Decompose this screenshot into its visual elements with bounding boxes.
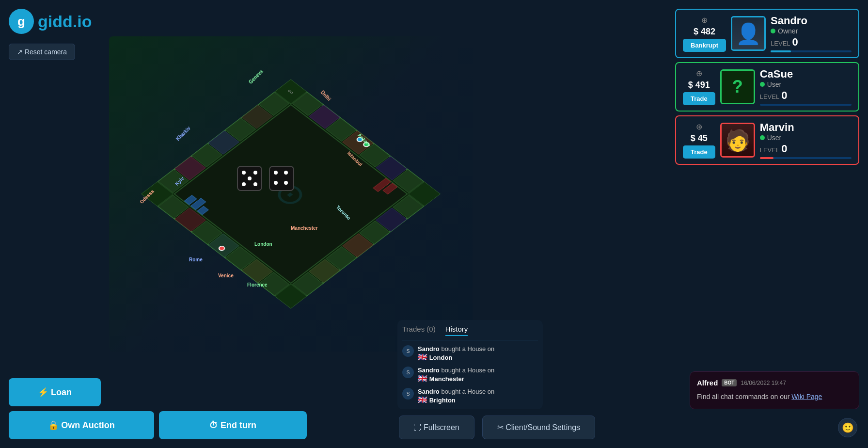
board-grid: ⊙ — [141, 79, 441, 308]
avatar-face-casue: ? — [722, 71, 754, 103]
game-log-panel: Trades (0) History S Sandro bought a Hou… — [397, 320, 543, 409]
player-info-casue: ⊕ $ 491 Trade — [683, 69, 715, 105]
hp-bar-sandro — [771, 50, 852, 52]
bankrupt-button-sandro[interactable]: Bankrupt — [683, 39, 726, 52]
hp-bar-casue — [760, 104, 852, 106]
player-info-marvin: ⊕ $ 45 Trade — [683, 122, 715, 159]
property-label-venice: Venice — [218, 273, 234, 278]
avatar-marvin: 🧑 — [720, 123, 755, 158]
player-name-section-casue: CaSue User LEVEL 0 — [760, 68, 852, 106]
log-avatar-0: S — [402, 345, 414, 357]
trade-button-casue[interactable]: Trade — [683, 92, 715, 105]
player-role-casue: User — [760, 80, 852, 88]
player-money-casue: $ 491 — [688, 80, 710, 90]
player-card-marvin: ⊕ $ 45 Trade 🧑 Marvin User LEVEL 0 — [675, 115, 859, 165]
player-name-marvin: Marvin — [760, 121, 852, 134]
chat-message: Find all chat commands on our Wiki Page — [697, 392, 852, 402]
chat-bot-badge: BOT — [722, 379, 737, 386]
trade-button-marvin[interactable]: Trade — [683, 145, 715, 159]
player-level-sandro: LEVEL 0 — [771, 36, 852, 48]
player-role-marvin: User — [760, 134, 852, 142]
reset-camera-button[interactable]: ↗ Reset camera — [9, 44, 75, 60]
log-avatar-2: S — [402, 388, 414, 400]
property-label-delhi: Delhi — [320, 90, 332, 102]
property-label-manchester: Manchester — [291, 225, 318, 231]
player-name-section-sandro: Sandro Owner LEVEL 0 — [771, 15, 852, 52]
player-level-marvin: LEVEL 0 — [760, 143, 852, 155]
target-icon-marvin: ⊕ — [696, 122, 702, 131]
log-flag-2: 🇬🇧 — [418, 396, 427, 404]
chat-header: Alfred BOT 16/06/2022 19:47 — [697, 379, 852, 387]
player-name-sandro: Sandro — [771, 15, 852, 27]
players-panel: ⊕ $ 482 Bankrupt 👤 Sandro Owner LEVEL 0 … — [675, 9, 859, 165]
log-text-2: Sandro bought a House on 🇬🇧 Brighton — [418, 388, 494, 404]
log-entry-2: S Sandro bought a House on 🇬🇧 Brighton — [402, 388, 538, 404]
property-label-florence: Florence — [247, 282, 268, 288]
chat-panel: Alfred BOT 16/06/2022 19:47 Find all cha… — [690, 371, 859, 409]
own-auction-button[interactable]: 🔒 Own Auction — [9, 411, 154, 439]
hp-fill-sandro — [771, 50, 791, 52]
hp-fill-marvin — [760, 157, 773, 159]
property-label-london: London — [254, 241, 272, 247]
game-board: ⊙ — [109, 36, 473, 352]
log-flag-0: 🇬🇧 — [418, 353, 427, 361]
avatar-casue: ? — [720, 69, 755, 104]
player-level-casue: LEVEL 0 — [760, 89, 852, 102]
property-label-kharkiv: Kharkiv — [175, 126, 191, 142]
player-money-sandro: $ 482 — [694, 27, 715, 37]
role-dot-marvin — [760, 135, 765, 140]
chat-wiki-link[interactable]: Wiki Page — [791, 393, 822, 400]
center-bottom-actions: ⛶ Fullscreen ✂ Client/Sound Settings — [398, 416, 595, 439]
target-icon-sandro: ⊕ — [701, 16, 708, 25]
player-role-sandro: Owner — [771, 27, 852, 35]
player-name-casue: CaSue — [760, 68, 852, 80]
player-card-sandro: ⊕ $ 482 Bankrupt 👤 Sandro Owner LEVEL 0 — [675, 9, 859, 58]
settings-button[interactable]: ✂ Client/Sound Settings — [482, 416, 595, 439]
player-card-casue: ⊕ $ 491 Trade ? CaSue User LEVEL 0 — [675, 62, 859, 112]
log-text-0: Sandro bought a House on 🇬🇧 London — [418, 345, 494, 362]
log-flag-1: 🇬🇧 — [418, 374, 427, 383]
player-info-sandro: ⊕ $ 482 Bankrupt — [683, 16, 726, 52]
chat-sender-name: Alfred — [697, 379, 718, 387]
hp-bar-marvin — [760, 157, 852, 159]
tab-trades[interactable]: Trades (0) — [402, 325, 436, 336]
logo-text: gidd.io — [38, 12, 92, 31]
chat-timestamp: 16/06/2022 19:47 — [741, 380, 786, 386]
fullscreen-button[interactable]: ⛶ Fullscreen — [398, 416, 474, 439]
avatar-sandro: 👤 — [731, 16, 766, 51]
target-icon-casue: ⊕ — [696, 69, 702, 78]
end-turn-button[interactable]: ⏱ End turn — [159, 411, 307, 439]
dice-area — [237, 166, 294, 191]
log-avatar-1: S — [402, 367, 414, 378]
bottom-left-actions: ⚡ Loan 🔒 Own Auction ⏱ End turn — [9, 378, 307, 439]
log-text-1: Sandro bought a House on 🇬🇧 Manchester — [418, 367, 494, 383]
property-label-rome: Rome — [189, 257, 203, 262]
tab-history[interactable]: History — [445, 325, 468, 336]
log-entries: S Sandro bought a House on 🇬🇧 London S S… — [402, 345, 538, 404]
avatar-face-sandro: 👤 — [732, 17, 764, 49]
logo-icon: g — [9, 9, 34, 34]
player-name-section-marvin: Marvin User LEVEL 0 — [760, 121, 852, 159]
logo: g gidd.io — [9, 9, 92, 34]
log-entry-0: S Sandro bought a House on 🇬🇧 London — [402, 345, 538, 362]
role-dot-sandro — [771, 29, 775, 33]
loan-button[interactable]: ⚡ Loan — [9, 378, 101, 406]
log-tabs: Trades (0) History — [402, 325, 538, 340]
avatar-face-marvin: 🧑 — [722, 124, 754, 156]
player-money-marvin: $ 45 — [691, 133, 708, 144]
emoji-button[interactable]: 🙂 — [838, 418, 857, 437]
game-board-area: ⊙ — [97, 24, 485, 364]
property-label-geneva: Geneva — [248, 69, 264, 85]
role-dot-casue — [760, 82, 765, 87]
bottom-row-buttons: 🔒 Own Auction ⏱ End turn — [9, 411, 307, 439]
log-entry-1: S Sandro bought a House on 🇬🇧 Manchester — [402, 367, 538, 383]
